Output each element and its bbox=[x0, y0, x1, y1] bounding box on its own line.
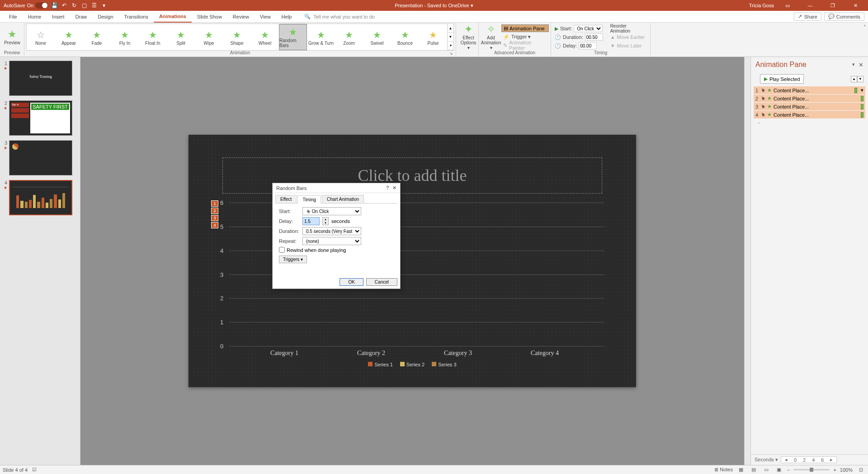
legend-item[interactable]: Series 3 bbox=[432, 362, 456, 367]
notes-button[interactable]: ≣ Notes bbox=[714, 467, 733, 473]
ok-button[interactable]: OK bbox=[340, 278, 363, 286]
animation-split[interactable]: ★Split bbox=[167, 24, 195, 50]
ribbon-display-icon[interactable]: ▭ bbox=[778, 0, 797, 11]
sorter-view-icon[interactable]: ▤ bbox=[749, 466, 758, 474]
animation-appear[interactable]: ★Appear bbox=[55, 24, 83, 50]
slide-thumb-3[interactable] bbox=[9, 140, 72, 175]
animation-none[interactable]: ☆None bbox=[27, 24, 55, 50]
zoom-level[interactable]: 100% bbox=[840, 467, 853, 473]
animation-fade[interactable]: ★Fade bbox=[83, 24, 111, 50]
animation-shape[interactable]: ★Shape bbox=[223, 24, 251, 50]
animation-swivel[interactable]: ★Swivel bbox=[363, 24, 391, 50]
gallery-more-icon[interactable]: ▾ bbox=[448, 42, 453, 50]
duration-input[interactable] bbox=[585, 33, 603, 41]
qat-more-icon[interactable]: ▾ bbox=[100, 2, 108, 9]
user-name[interactable]: Tricia Goss bbox=[749, 3, 774, 8]
animation-gallery[interactable]: ☆None★Appear★Fade★Fly In★Float In★Split★… bbox=[26, 24, 454, 51]
zoom-slider[interactable] bbox=[793, 469, 830, 470]
tab-home[interactable]: Home bbox=[23, 11, 47, 23]
gallery-up-icon[interactable]: ▲ bbox=[448, 24, 453, 33]
triggers-button[interactable]: Triggers ▾ bbox=[279, 256, 307, 263]
slideshow-view-icon[interactable]: ▣ bbox=[774, 466, 783, 474]
animation-floatin[interactable]: ★Float In bbox=[139, 24, 167, 50]
comments-button[interactable]: 💬Comments bbox=[824, 12, 864, 21]
slide-counter[interactable]: Slide 4 of 4 bbox=[3, 467, 28, 473]
seconds-label[interactable]: Seconds ▾ bbox=[755, 457, 778, 463]
close-icon[interactable]: ✕ bbox=[846, 0, 864, 11]
slide-thumb-1[interactable]: Safety Training bbox=[9, 61, 72, 96]
close-pane-icon[interactable]: ✕ bbox=[859, 62, 863, 68]
dlg-tab-timing[interactable]: Timing bbox=[297, 195, 321, 204]
move-up-button[interactable]: ▲ bbox=[851, 76, 857, 82]
slide-thumb-2[interactable]: Sign InSAFETY FIRST bbox=[9, 100, 72, 136]
effect-options-button[interactable]: ✦ Effect Options ▾ bbox=[458, 24, 479, 50]
dialog-close-icon[interactable]: ✕ bbox=[392, 185, 396, 191]
anim-pane-item-2[interactable]: 2🖱★Content Place... bbox=[754, 95, 865, 102]
save-icon[interactable]: 💾 bbox=[51, 2, 58, 9]
move-later-button[interactable]: ▼Move Later bbox=[609, 42, 648, 50]
autosave-toggle[interactable]: AutoSave On bbox=[4, 2, 48, 9]
timeline-ruler[interactable]: ◂ 0 2 4 6 ▸ bbox=[781, 456, 837, 463]
dlg-repeat-select[interactable]: (none) bbox=[302, 237, 361, 245]
start-select[interactable]: On Click bbox=[574, 25, 603, 32]
collapse-ribbon-icon[interactable]: ˄ bbox=[862, 23, 868, 57]
ruler-next-icon[interactable]: ▸ bbox=[827, 457, 835, 463]
play-selected-button[interactable]: ▶Play Selected bbox=[760, 74, 804, 84]
rewind-checkbox[interactable] bbox=[279, 247, 285, 253]
legend-item[interactable]: Series 1 bbox=[368, 362, 392, 367]
dlg-tab-effect[interactable]: Effect bbox=[275, 195, 297, 203]
normal-view-icon[interactable]: ▦ bbox=[736, 466, 745, 474]
toggle-switch-icon[interactable] bbox=[35, 2, 48, 9]
redo-icon[interactable]: ↻ bbox=[71, 2, 78, 9]
animation-pane-button[interactable]: ▤Animation Pane bbox=[501, 24, 549, 32]
animation-pulse[interactable]: ★Pulse bbox=[419, 24, 447, 50]
reading-view-icon[interactable]: ▭ bbox=[762, 466, 771, 474]
zoom-out-icon[interactable]: − bbox=[787, 467, 790, 473]
tab-file[interactable]: File bbox=[4, 11, 23, 23]
anim-pane-item-1[interactable]: 1🖱★Content Place...▾ bbox=[754, 86, 865, 94]
tab-slide-show[interactable]: Slide Show bbox=[192, 11, 227, 23]
legend-item[interactable]: Series 2 bbox=[400, 362, 425, 367]
move-earlier-button[interactable]: ▲Move Earlier bbox=[609, 33, 648, 41]
animation-zoom[interactable]: ★Zoom bbox=[335, 24, 363, 50]
vertical-scrollbar[interactable] bbox=[744, 57, 750, 465]
fit-view-icon[interactable]: ⊡ bbox=[856, 466, 865, 474]
ruler-prev-icon[interactable]: ◂ bbox=[782, 457, 790, 463]
dialog-help-icon[interactable]: ? bbox=[386, 185, 389, 191]
tab-design[interactable]: Design bbox=[92, 11, 118, 23]
undo-icon[interactable]: ↶ bbox=[61, 2, 68, 9]
animation-painter-button[interactable]: ✎Animation Painter bbox=[501, 41, 549, 49]
expand-icon[interactable]: ⌄ bbox=[754, 119, 865, 125]
animation-wipe[interactable]: ★Wipe bbox=[195, 24, 223, 50]
animation-flyin[interactable]: ★Fly In bbox=[111, 24, 139, 50]
minimize-icon[interactable]: — bbox=[801, 0, 819, 11]
animation-growturn[interactable]: ★Grow & Turn bbox=[307, 24, 335, 50]
dlg-delay-input[interactable] bbox=[302, 217, 320, 225]
dlg-tab-chart-animation[interactable]: Chart Animation bbox=[322, 195, 364, 203]
maximize-icon[interactable]: ❐ bbox=[824, 0, 842, 11]
dialog-launcher-icon[interactable]: ↘ bbox=[449, 51, 453, 56]
tab-help[interactable]: Help bbox=[276, 11, 297, 23]
tell-me-search[interactable]: 🔍 Tell me what you want to do bbox=[304, 14, 375, 19]
add-animation-button[interactable]: ✧ Add Animation ▾ bbox=[481, 24, 501, 50]
slide-thumb-4[interactable] bbox=[9, 180, 72, 215]
gallery-down-icon[interactable]: ▼ bbox=[448, 33, 453, 41]
tab-draw[interactable]: Draw bbox=[70, 11, 93, 23]
dlg-duration-select[interactable]: 0.5 seconds (Very Fast) bbox=[302, 227, 361, 235]
delay-input[interactable] bbox=[579, 42, 597, 49]
pane-menu-icon[interactable]: ▾ bbox=[852, 62, 855, 68]
item-menu-icon[interactable]: ▾ bbox=[861, 87, 863, 93]
slide-editor[interactable]: Click to add title 1234 0123456Category … bbox=[80, 57, 744, 465]
anim-pane-item-4[interactable]: 4🖱★Content Place... bbox=[754, 111, 865, 118]
present-icon[interactable]: ▢ bbox=[80, 2, 88, 9]
tab-view[interactable]: View bbox=[255, 11, 276, 23]
tab-transitions[interactable]: Transitions bbox=[119, 11, 154, 23]
zoom-in-icon[interactable]: + bbox=[833, 467, 836, 473]
animation-bounce[interactable]: ★Bounce bbox=[391, 24, 419, 50]
animation-wheel[interactable]: ★Wheel bbox=[251, 24, 279, 50]
anim-pane-item-3[interactable]: 3🖱★Content Place... bbox=[754, 103, 865, 110]
dlg-start-select[interactable]: 🖱 On Click bbox=[302, 207, 361, 215]
delay-spinner[interactable]: ▲▼ bbox=[322, 217, 329, 225]
document-title[interactable]: Presentation - Saved to OneDrive ▾ bbox=[395, 3, 473, 9]
preview-button[interactable]: ★ Preview bbox=[2, 24, 23, 50]
